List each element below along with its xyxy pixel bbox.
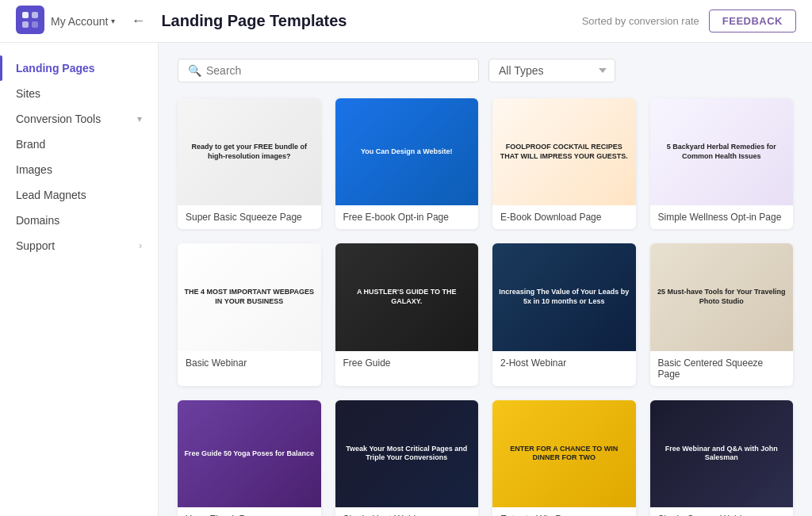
template-thumbnail: 25 Must-have Tools for Your Traveling Ph…	[650, 243, 794, 350]
sidebar-item-label: Sites	[16, 87, 40, 100]
template-thumb-text: Ready to get your FREE bundle of high-re…	[178, 136, 321, 167]
sidebar-item-label: Landing Pages	[16, 62, 95, 75]
filter-bar: 🔍 All Types Squeeze Page Webinar E-Book …	[178, 59, 793, 82]
template-card[interactable]: Free Guide 50 Yoga Poses for BalanceYoga…	[178, 400, 321, 516]
template-thumb-text: ENTER FOR A CHANCE TO WIN DINNER FOR TWO	[492, 438, 636, 469]
template-name: Free Guide	[335, 351, 479, 375]
template-card[interactable]: 25 Must-have Tools for Your Traveling Ph…	[650, 243, 794, 385]
template-thumb-text: FOOLPROOF COCKTAIL RECIPES THAT WILL IMP…	[492, 136, 636, 167]
sidebar-item-brand[interactable]: Brand	[0, 132, 158, 157]
template-card[interactable]: THE 4 MOST IMPORTANT WEBPAGES IN YOUR BU…	[178, 243, 321, 385]
template-thumbnail: Free Webinar and Q&A with John Salesman	[650, 400, 794, 507]
sidebar-item-label: Conversion Tools	[16, 113, 101, 125]
template-thumbnail: Ready to get your FREE bundle of high-re…	[178, 98, 321, 205]
back-icon: ←	[131, 13, 145, 29]
template-thumb-text: Tweak Your Most Critical Pages and Tripl…	[335, 438, 479, 469]
page-title: Landing Page Templates	[161, 12, 581, 30]
template-thumb-text: 5 Backyard Herbal Remedies for Common He…	[650, 136, 794, 167]
search-icon: 🔍	[188, 64, 201, 77]
template-thumbnail: THE 4 MOST IMPORTANT WEBPAGES IN YOUR BU…	[178, 243, 321, 350]
sidebar-item-lead-magnets[interactable]: Lead Magnets	[0, 182, 158, 208]
sorted-label: Sorted by conversion rate	[582, 15, 699, 27]
template-grid: Ready to get your FREE bundle of high-re…	[178, 98, 793, 516]
sidebar: Landing Pages Sites Conversion Tools ▾ B…	[0, 43, 159, 516]
svg-rect-1	[22, 12, 29, 18]
template-thumbnail: A HUSTLER'S GUIDE TO THE GALAXY.	[335, 243, 479, 350]
sidebar-item-label: Brand	[16, 138, 45, 151]
template-name: Single-Screen Webinar	[650, 507, 794, 516]
template-name: Yoga Ebook Page	[178, 507, 321, 516]
svg-rect-2	[32, 12, 38, 18]
template-name: Enter to Win Page	[492, 507, 636, 516]
sidebar-item-label: Support	[16, 239, 55, 252]
chevron-down-icon: ▾	[137, 113, 142, 124]
template-card[interactable]: Increasing The Value of Your Leads by 5x…	[492, 243, 636, 385]
template-thumb-text: Increasing The Value of Your Leads by 5x…	[492, 281, 636, 312]
template-card[interactable]: Tweak Your Most Critical Pages and Tripl…	[335, 400, 479, 516]
template-card[interactable]: Ready to get your FREE bundle of high-re…	[178, 98, 321, 229]
top-nav: My Account ▾ ← Landing Page Templates So…	[0, 0, 812, 43]
template-thumb-text: 25 Must-have Tools for Your Traveling Ph…	[650, 281, 794, 312]
svg-rect-4	[32, 21, 38, 28]
svg-rect-3	[22, 21, 29, 28]
feedback-button[interactable]: FEEDBACK	[709, 10, 796, 32]
type-select[interactable]: All Types Squeeze Page Webinar E-Book Co…	[488, 59, 615, 82]
template-thumbnail: Tweak Your Most Critical Pages and Tripl…	[335, 400, 479, 507]
template-card[interactable]: Free Webinar and Q&A with John SalesmanS…	[650, 400, 794, 516]
template-name: Free E-book Opt-in Page	[335, 205, 479, 229]
template-card[interactable]: 5 Backyard Herbal Remedies for Common He…	[650, 98, 794, 229]
sidebar-item-label: Lead Magnets	[16, 189, 86, 201]
template-thumbnail: You Can Design a Website!	[335, 98, 479, 205]
template-thumb-text: You Can Design a Website!	[354, 141, 459, 163]
account-dropdown[interactable]: My Account ▾	[51, 15, 115, 28]
template-thumbnail: ENTER FOR A CHANCE TO WIN DINNER FOR TWO	[492, 400, 636, 507]
main-layout: Landing Pages Sites Conversion Tools ▾ B…	[0, 43, 812, 516]
template-card[interactable]: A HUSTLER'S GUIDE TO THE GALAXY.Free Gui…	[335, 243, 479, 385]
template-name: Single Host Webinar Registration 2.0	[335, 507, 479, 516]
template-name: Basic Centered Squeeze Page	[650, 351, 794, 386]
chevron-right-icon: ›	[139, 240, 142, 251]
template-thumb-text: Free Webinar and Q&A with John Salesman	[650, 438, 794, 469]
search-box: 🔍	[178, 59, 479, 82]
svg-rect-0	[16, 6, 44, 34]
template-thumb-text: Free Guide 50 Yoga Poses for Balance	[178, 443, 320, 465]
sidebar-item-images[interactable]: Images	[0, 157, 158, 182]
search-input[interactable]	[206, 64, 469, 77]
template-thumbnail: 5 Backyard Herbal Remedies for Common He…	[650, 98, 794, 205]
template-card[interactable]: ENTER FOR A CHANCE TO WIN DINNER FOR TWO…	[492, 400, 636, 516]
sidebar-item-conversion-tools[interactable]: Conversion Tools ▾	[0, 106, 158, 132]
back-button[interactable]: ←	[128, 10, 148, 32]
template-card[interactable]: You Can Design a Website!Free E-book Opt…	[335, 98, 479, 229]
sidebar-item-landing-pages[interactable]: Landing Pages	[0, 55, 158, 81]
template-thumbnail: Free Guide 50 Yoga Poses for Balance	[178, 400, 321, 507]
template-card[interactable]: FOOLPROOF COCKTAIL RECIPES THAT WILL IMP…	[492, 98, 636, 229]
content-area: 🔍 All Types Squeeze Page Webinar E-Book …	[159, 43, 812, 516]
logo	[16, 6, 44, 37]
template-name: E-Book Download Page	[492, 205, 636, 229]
template-name: Super Basic Squeeze Page	[178, 205, 321, 229]
sidebar-item-sites[interactable]: Sites	[0, 81, 158, 106]
chevron-down-icon: ▾	[111, 17, 115, 25]
template-thumbnail: Increasing The Value of Your Leads by 5x…	[492, 243, 636, 350]
sidebar-item-label: Images	[16, 163, 52, 176]
template-name: Basic Webinar	[178, 351, 321, 375]
template-name: Simple Wellness Opt-in Page	[650, 205, 794, 229]
template-thumbnail: FOOLPROOF COCKTAIL RECIPES THAT WILL IMP…	[492, 98, 636, 205]
template-name: 2-Host Webinar	[492, 351, 636, 375]
sidebar-item-support[interactable]: Support ›	[0, 233, 158, 258]
sidebar-item-domains[interactable]: Domains	[0, 208, 158, 233]
sidebar-item-label: Domains	[16, 214, 59, 227]
logo-icon	[16, 6, 44, 34]
account-label: My Account	[51, 15, 108, 28]
template-thumb-text: THE 4 MOST IMPORTANT WEBPAGES IN YOUR BU…	[178, 281, 321, 312]
template-thumb-text: A HUSTLER'S GUIDE TO THE GALAXY.	[335, 281, 479, 312]
